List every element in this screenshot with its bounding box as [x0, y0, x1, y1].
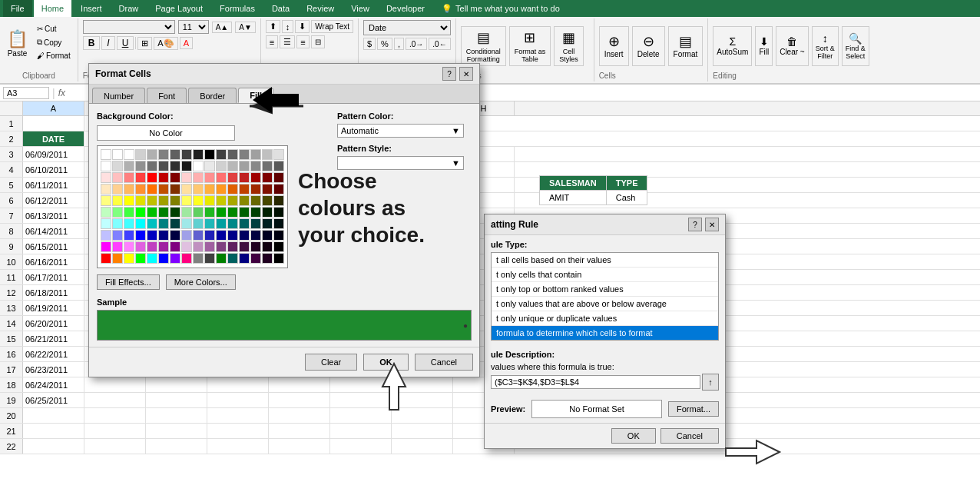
color-swatch[interactable]	[216, 195, 227, 206]
color-swatch[interactable]	[135, 172, 146, 183]
color-swatch[interactable]	[112, 195, 123, 206]
align-top-button[interactable]: ⬆	[266, 20, 280, 33]
table-row-cell[interactable]	[207, 439, 269, 454]
table-row-cell[interactable]	[207, 424, 269, 438]
format-cells-clear-button[interactable]: Clear	[305, 354, 357, 371]
color-swatch[interactable]	[101, 195, 111, 206]
color-swatch[interactable]	[181, 230, 192, 241]
color-swatch[interactable]	[193, 161, 204, 171]
table-row-cell[interactable]	[146, 424, 207, 438]
color-swatch[interactable]	[135, 195, 146, 206]
increase-decimal-button[interactable]: .0→	[406, 38, 427, 50]
fill-button[interactable]: ⬇ Fill	[755, 26, 773, 66]
name-box[interactable]	[3, 87, 49, 99]
bold-button[interactable]: B	[83, 36, 101, 50]
color-swatch[interactable]	[147, 161, 157, 171]
merge-center-button[interactable]: ⊟	[311, 35, 325, 48]
color-swatch[interactable]	[193, 207, 204, 218]
table-row-cell[interactable]	[146, 377, 207, 392]
table-row-cell[interactable]	[84, 408, 146, 423]
pattern-color-dropdown[interactable]: Automatic ▼	[337, 124, 464, 138]
color-swatch[interactable]	[250, 230, 261, 241]
color-swatch[interactable]	[216, 161, 227, 171]
format-cells-cancel-button[interactable]: Cancel	[415, 354, 473, 371]
formula-input-field[interactable]	[491, 375, 700, 389]
tab-formulas[interactable]: Formulas	[212, 2, 263, 15]
cell-a1[interactable]	[23, 116, 84, 131]
color-swatch[interactable]	[227, 230, 238, 241]
color-swatch[interactable]	[262, 241, 273, 252]
tab-developer[interactable]: Developer	[379, 2, 432, 15]
tab-data[interactable]: Data	[264, 2, 297, 15]
color-swatch[interactable]	[101, 149, 111, 160]
no-color-button[interactable]: No Color	[97, 125, 235, 141]
formula-ref-button[interactable]: ↑	[702, 374, 719, 391]
rule-item-1[interactable]: t all cells based on their values	[492, 253, 718, 268]
table-row-cell[interactable]	[330, 377, 392, 392]
tab-number[interactable]: Number	[92, 88, 145, 103]
color-swatch[interactable]	[250, 172, 261, 183]
color-swatch[interactable]	[216, 172, 227, 183]
color-swatch[interactable]	[239, 241, 250, 252]
color-swatch[interactable]	[250, 149, 261, 160]
table-row-cell[interactable]: 06/25/2011	[23, 393, 84, 407]
color-swatch[interactable]	[204, 172, 215, 183]
rule-item-2[interactable]: t only cells that contain	[492, 268, 718, 282]
color-swatch[interactable]	[158, 241, 169, 252]
color-swatch[interactable]	[239, 161, 250, 171]
more-colors-button[interactable]: More Colors...	[166, 274, 236, 290]
color-swatch[interactable]	[273, 172, 284, 183]
clear-button[interactable]: 🗑 Clear ~	[776, 26, 809, 66]
color-swatch[interactable]	[101, 218, 111, 229]
wrap-text-button[interactable]: Wrap Text	[311, 20, 353, 33]
table-row-cell[interactable]	[84, 439, 146, 454]
color-swatch[interactable]	[124, 172, 134, 183]
color-swatch[interactable]	[193, 149, 204, 160]
color-swatch[interactable]	[262, 149, 273, 160]
color-swatch[interactable]	[262, 230, 273, 241]
color-swatch[interactable]	[181, 161, 192, 171]
color-swatch[interactable]	[112, 230, 123, 241]
color-swatch[interactable]	[112, 161, 123, 171]
font-color-button[interactable]: A	[180, 37, 193, 49]
color-swatch[interactable]	[135, 161, 146, 171]
color-swatch[interactable]	[170, 230, 180, 241]
color-swatch[interactable]	[193, 230, 204, 241]
font-size-select[interactable]: 11	[178, 20, 209, 34]
color-swatch[interactable]	[101, 253, 111, 264]
color-swatch[interactable]	[216, 218, 227, 229]
color-swatch[interactable]	[250, 195, 261, 206]
tab-fill[interactable]: Fill	[238, 88, 273, 103]
color-swatch[interactable]	[250, 207, 261, 218]
color-swatch[interactable]	[227, 253, 238, 264]
table-row-cell[interactable]	[84, 377, 146, 392]
color-swatch[interactable]	[216, 241, 227, 252]
color-swatch[interactable]	[170, 218, 180, 229]
color-swatch[interactable]	[216, 149, 227, 160]
color-swatch[interactable]	[101, 241, 111, 252]
color-swatch[interactable]	[158, 207, 169, 218]
delete-cells-button[interactable]: ⊖ Delete	[632, 26, 665, 66]
table-row-cell[interactable]: 06/20/2011	[23, 316, 84, 331]
pattern-style-dropdown[interactable]: ▼	[337, 156, 464, 170]
rule-item-4[interactable]: t only values that are above or below av…	[492, 297, 718, 311]
table-row-cell[interactable]: 06/14/2011	[23, 224, 84, 238]
color-swatch[interactable]	[101, 230, 111, 241]
tab-draw[interactable]: Draw	[111, 2, 147, 15]
color-swatch[interactable]	[227, 195, 238, 206]
table-row-cell[interactable]	[392, 424, 453, 438]
formatting-rule-help-button[interactable]: ?	[688, 218, 702, 231]
align-right-button[interactable]: ≡	[296, 35, 309, 48]
increase-font-button[interactable]: A▲	[212, 22, 233, 33]
rule-item-6[interactable]: formula to determine which cells to form…	[492, 326, 718, 340]
color-swatch[interactable]	[239, 172, 250, 183]
font-name-select[interactable]	[83, 20, 175, 34]
color-swatch[interactable]	[262, 161, 273, 171]
table-row-cell[interactable]	[23, 439, 84, 454]
color-swatch[interactable]	[273, 253, 284, 264]
tab-page-layout[interactable]: Page Layout	[147, 2, 210, 15]
sort-filter-button[interactable]: ↕ Sort &Filter	[812, 26, 839, 66]
color-swatch[interactable]	[227, 184, 238, 194]
color-swatch[interactable]	[181, 241, 192, 252]
find-select-button[interactable]: 🔍 Find &Select	[842, 26, 869, 66]
